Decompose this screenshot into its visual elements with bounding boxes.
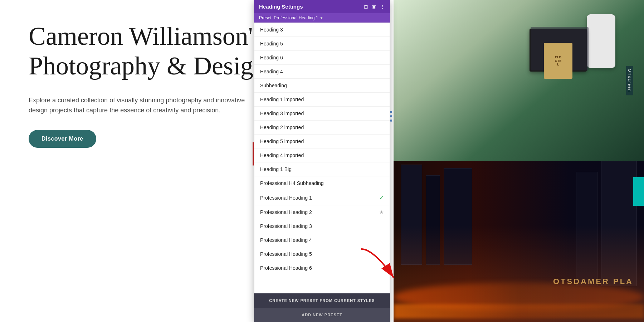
preset-item-label: Subheading [260,83,287,88]
preset-item-label: Professional Heading 3 [260,223,312,229]
list-item[interactable]: Heading 1 imported [254,93,390,107]
list-item[interactable]: Heading 5 [254,37,390,51]
preset-item-label: Heading 4 [260,69,283,74]
city-image: OTSDAMER PLA [394,161,644,322]
dot-1 [390,111,392,113]
hero-description: Explore a curated collection of visually… [29,95,261,116]
city-lights-overlay [394,225,644,322]
preset-list: Heading 3Heading 5Heading 6Heading 4Subh… [254,23,390,275]
preset-item-label: Heading 1 Big [260,166,292,172]
preset-item-label: Heading 3 [260,27,283,33]
list-item[interactable]: Heading 4 [254,65,390,79]
list-item[interactable]: Professional Heading 3 [254,219,390,233]
discover-more-button[interactable]: Discover More [29,130,96,148]
preset-bar-text: Preset: Professional Heading 1 [259,15,318,20]
desk-image: ELD OTE L [394,0,644,161]
preset-bar-dropdown-arrow: ▼ [319,16,323,20]
preset-item-label: Heading 4 imported [260,152,304,158]
star-icon: ★ [379,209,384,215]
panel-bottom-buttons: CREATE NEW PRESET FROM CURRENT STYLES AD… [254,293,390,322]
preset-item-label: Professional Heading 6 [260,265,312,271]
preset-item-label: Heading 5 [260,41,283,47]
dot-2 [390,115,392,117]
dot-3 [390,119,392,122]
preset-item-label: Heading 1 imported [260,97,304,102]
list-item[interactable]: Heading 6 [254,51,390,65]
list-item[interactable]: Heading 4 imported [254,148,390,162]
preset-item-label: Professional Heading 1 [260,195,312,201]
list-item[interactable]: Heading 1 Big [254,162,390,176]
preset-item-label: Professional Heading 2 [260,209,312,215]
list-item[interactable]: Heading 2 imported [254,121,390,135]
check-icon: ✓ [379,194,384,201]
preset-item-label: Heading 2 imported [260,125,304,130]
dots-indicator [390,111,644,122]
page-right-images: ELD OTE L Offscreen OTSDAMER PLA [394,0,644,322]
list-item[interactable]: Heading 5 imported [254,135,390,148]
list-item[interactable]: Heading 3 [254,23,390,37]
list-item[interactable]: Professional Heading 4 [254,233,390,247]
preset-item-label: Professional H4 Subheading [260,180,323,186]
top-image: ELD OTE L Offscreen [394,0,644,161]
list-item[interactable]: Professional H4 Subheading [254,176,390,190]
panel-header: Heading Settings ⊡ ▣ ⋮ [254,0,390,13]
preset-item-label: Heading 6 [260,55,283,60]
more-options-icon[interactable]: ⋮ [380,4,385,10]
list-item[interactable]: Professional Heading 6 [254,261,390,275]
panel-title: Heading Settings [259,4,303,10]
list-item[interactable]: Heading 3 imported [254,107,390,121]
preset-item-label: Professional Heading 5 [260,251,312,257]
list-item[interactable]: Professional Heading 2★ [254,205,390,219]
preset-bar[interactable]: Preset: Professional Heading 1 ▼ [254,13,390,23]
list-item[interactable]: Professional Heading 1✓ [254,190,390,205]
preset-item-label: Professional Heading 4 [260,237,312,243]
city-street-sign: OTSDAMER PLA [553,277,633,286]
preset-item-label: Heading 5 imported [260,138,304,144]
restore-icon[interactable]: ⊡ [364,4,368,10]
add-preset-button[interactable]: ADD NEW PRESET [254,308,390,322]
heading-settings-panel: Heading Settings ⊡ ▣ ⋮ Preset: Professio… [254,0,390,322]
list-item[interactable]: Subheading [254,79,390,93]
layout-icon[interactable]: ▣ [372,4,376,10]
preset-item-label: Heading 3 imported [260,111,304,116]
bottom-image: OTSDAMER PLA [394,161,644,322]
create-preset-button[interactable]: CREATE NEW PRESET FROM CURRENT STYLES [254,293,390,308]
teal-accent-bar [633,177,644,206]
list-item[interactable]: Professional Heading 5 [254,247,390,261]
panel-header-icons: ⊡ ▣ ⋮ [364,4,385,10]
preset-list-container[interactable]: Heading 3Heading 5Heading 6Heading 4Subh… [254,23,390,293]
offscreen-label: Offscreen [626,66,633,95]
